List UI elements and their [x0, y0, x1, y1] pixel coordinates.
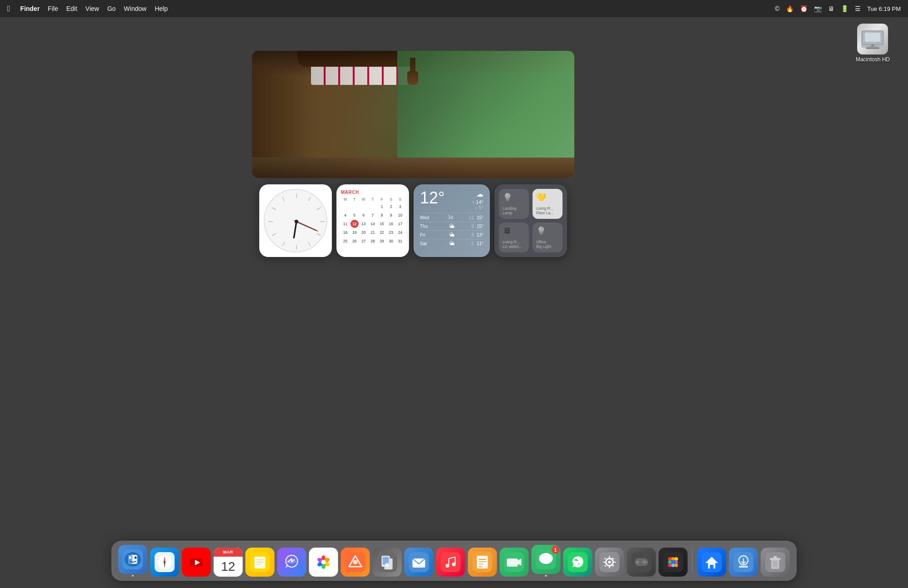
menubar-icon-1[interactable]: ©	[775, 5, 780, 12]
cal-day-10[interactable]: 10	[396, 211, 404, 219]
svg-rect-107	[710, 565, 714, 568]
svg-point-104	[675, 563, 678, 567]
cal-day-18[interactable]: 18	[341, 228, 350, 237]
cal-day-1[interactable]: 1	[378, 203, 386, 211]
cal-header-S2: S	[396, 197, 405, 202]
home-widget[interactable]: 💡 LandingLamp 💛 Living R...Floor La... 🖥…	[494, 184, 567, 257]
cal-day-3[interactable]: 3	[396, 203, 404, 211]
cal-day-13[interactable]: 13	[360, 220, 368, 228]
dock-item-pixelmator[interactable]	[341, 548, 370, 577]
dock-item-calendar[interactable]: MAR 12	[214, 548, 243, 577]
weather-widget[interactable]: 12° ☁ ↑ 14° ↓ 5° Wed 🌬 11 15° Thu	[414, 184, 490, 257]
dock-item-whatsapp[interactable]	[563, 548, 592, 577]
dock-item-downloads[interactable]	[729, 548, 758, 577]
menubar-time: Tue 6:19 PM	[867, 5, 901, 12]
svg-point-102	[668, 563, 672, 567]
menu-window[interactable]: Window	[124, 5, 147, 12]
svg-line-16	[294, 222, 296, 238]
app-name[interactable]: Finder	[20, 5, 40, 12]
svg-rect-1	[865, 33, 880, 42]
dock-item-mail[interactable]	[405, 548, 434, 577]
svg-point-61	[446, 564, 449, 568]
cal-day-27[interactable]: 27	[360, 237, 368, 245]
dock-icon-whatsapp	[563, 548, 592, 577]
menu-file[interactable]: File	[48, 5, 58, 12]
svg-rect-23	[128, 555, 133, 564]
cal-day-20[interactable]: 20	[360, 228, 368, 237]
dock-icon-notes	[246, 548, 275, 577]
home-device-living-tv[interactable]: 🖥 Living R...LG webO...	[499, 222, 529, 252]
menubar-battery[interactable]: 🔋	[841, 5, 849, 12]
menubar-icon-screen[interactable]: 📷	[814, 5, 822, 12]
menu-view[interactable]: View	[85, 5, 99, 12]
dock-item-safari[interactable]	[150, 548, 179, 577]
dock-item-facetime[interactable]	[500, 548, 529, 577]
hd-icon-label: Macintosh HD	[856, 56, 890, 63]
cal-day-6[interactable]: 6	[360, 211, 368, 219]
cal-day-8[interactable]: 8	[378, 211, 386, 219]
cal-day-17[interactable]: 17	[396, 220, 404, 228]
menu-go[interactable]: Go	[107, 5, 116, 12]
cal-day-16[interactable]: 16	[387, 220, 395, 228]
finder-dot	[132, 575, 134, 577]
cal-day-9[interactable]: 9	[387, 211, 395, 219]
dock-item-finder[interactable]	[118, 545, 148, 577]
cal-day-11[interactable]: 11	[341, 220, 350, 228]
cal-day-19[interactable]: 19	[350, 228, 359, 237]
dock-item-home[interactable]	[697, 548, 726, 577]
menubar-icon-2[interactable]: 🔥	[786, 5, 794, 12]
svg-point-103	[671, 563, 675, 567]
dock-item-notes[interactable]	[246, 548, 275, 577]
cal-day-26[interactable]: 26	[350, 237, 359, 245]
dock-item-pages[interactable]	[468, 548, 497, 577]
dock-icon-preview	[373, 548, 402, 577]
svg-line-14	[272, 208, 276, 210]
dock-item-launchpad[interactable]	[659, 548, 688, 577]
svg-rect-114	[774, 556, 777, 558]
calendar-widget[interactable]: MARCH M T W T F S S 1 2 3 4 5 6 7 8 9 10	[336, 184, 409, 257]
weather-temps-sat: 5 11°	[471, 241, 484, 246]
cal-day-5[interactable]: 5	[350, 211, 359, 219]
cal-day-15[interactable]: 15	[378, 220, 386, 228]
weather-day-fri: Fri	[420, 232, 432, 237]
clock-widget[interactable]	[259, 184, 332, 257]
svg-point-24	[129, 557, 131, 559]
cal-day-12-today[interactable]: 12	[350, 220, 359, 228]
dock-item-gamecontroller[interactable]	[627, 548, 656, 577]
menubar-icon-display[interactable]: 🖥	[828, 5, 834, 12]
cal-day-31[interactable]: 31	[396, 237, 404, 245]
cal-day-25[interactable]: 25	[341, 237, 350, 245]
menubar-controlcenter[interactable]: ☰	[855, 5, 861, 12]
cal-icon-month: MAR	[214, 548, 243, 557]
menubar-icon-timemachine[interactable]: ⏰	[800, 5, 808, 12]
cal-day-14[interactable]: 14	[369, 220, 377, 228]
apple-menu[interactable]: 	[7, 4, 10, 14]
cal-day-4[interactable]: 4	[341, 211, 350, 219]
dock-item-imessage[interactable]: 1	[532, 545, 561, 577]
cal-day-7[interactable]: 7	[369, 211, 377, 219]
menu-help[interactable]: Help	[155, 5, 168, 12]
home-device-office-light[interactable]: 💡 OfficeBig Light	[533, 222, 563, 252]
dock-icon-music	[436, 548, 465, 577]
cal-day-23[interactable]: 23	[387, 228, 395, 237]
cal-day-29[interactable]: 29	[378, 237, 386, 245]
weather-row-thu: Thu 🌥 9 15°	[420, 222, 484, 230]
cal-day-2[interactable]: 2	[387, 203, 395, 211]
cal-day-24[interactable]: 24	[396, 228, 404, 237]
home-device-landing-lamp[interactable]: 💡 LandingLamp	[499, 189, 529, 219]
dock-item-preview[interactable]	[373, 548, 402, 577]
dock-item-settings[interactable]	[595, 548, 624, 577]
living-tv-icon: 🖥	[503, 226, 511, 236]
home-device-living-floor[interactable]: 💛 Living R...Floor La...	[533, 189, 563, 219]
menu-edit[interactable]: Edit	[66, 5, 77, 12]
cal-day-28[interactable]: 28	[369, 237, 377, 245]
dock-item-youtube[interactable]	[182, 548, 211, 577]
dock-item-music[interactable]	[436, 548, 465, 577]
dock-item-messenger[interactable]	[277, 548, 306, 577]
desktop-icon-macintosh-hd[interactable]: Macintosh HD	[856, 24, 890, 63]
dock-item-trash[interactable]	[761, 548, 790, 577]
cal-day-30[interactable]: 30	[387, 237, 395, 245]
dock-item-photos[interactable]	[309, 548, 338, 577]
cal-day-22[interactable]: 22	[378, 228, 386, 237]
cal-day-21[interactable]: 21	[369, 228, 377, 237]
